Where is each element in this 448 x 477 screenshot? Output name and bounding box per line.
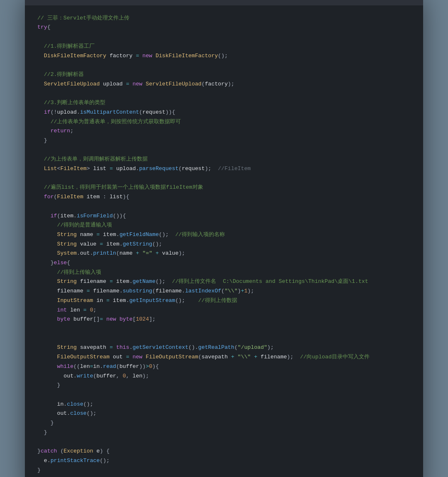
code-editor: // 三菲：Servlet手动处理文件上传 try{ //1.得到解析器工厂 D…	[25, 5, 423, 477]
code-window: // 三菲：Servlet手动处理文件上传 try{ //1.得到解析器工厂 D…	[25, 0, 423, 477]
titlebar	[25, 0, 423, 5]
